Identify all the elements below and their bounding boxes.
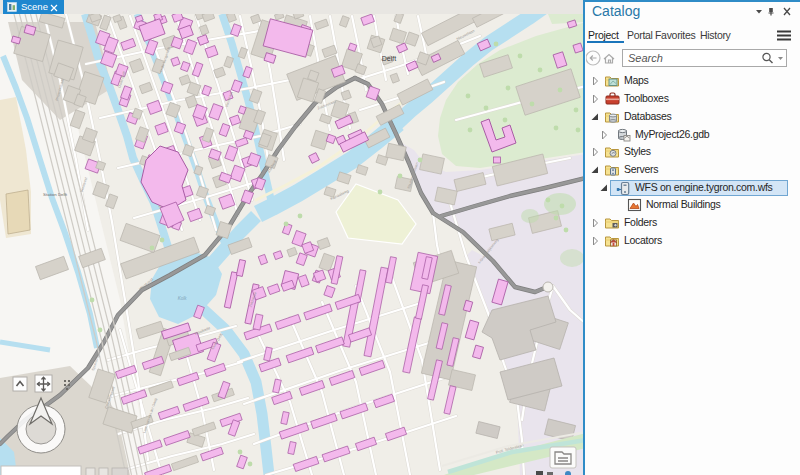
- svg-text:Station Delft: Station Delft: [43, 192, 68, 197]
- svg-text:Delft: Delft: [382, 55, 396, 62]
- svg-text:Kolk: Kolk: [178, 296, 188, 301]
